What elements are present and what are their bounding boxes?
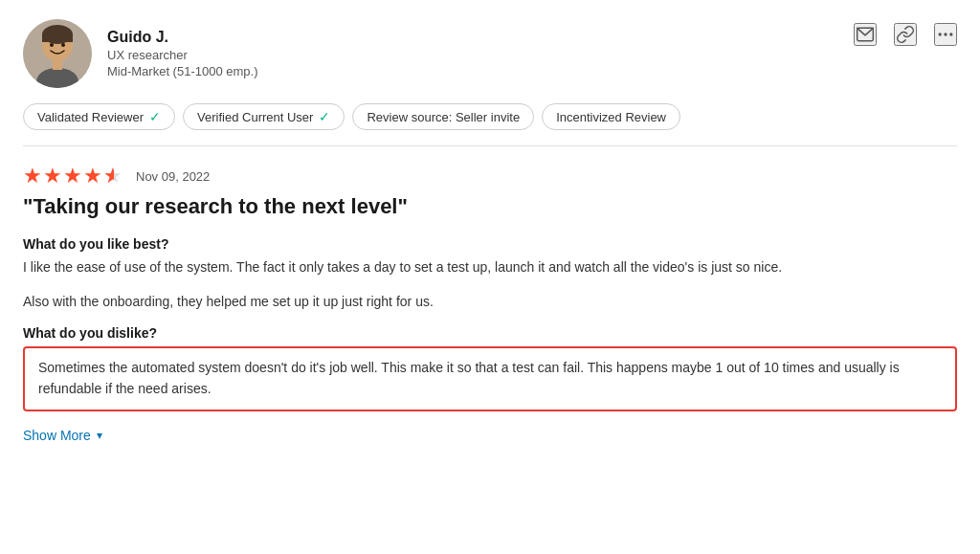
badge-label: Verified Current User — [197, 110, 313, 124]
badge-label: Validated Reviewer — [37, 110, 144, 124]
check-icon: ✓ — [149, 109, 161, 124]
badge-label: Review source: Seller invite — [367, 110, 520, 124]
like-text-1: I like the ease of use of the system. Th… — [23, 257, 957, 278]
more-options-button[interactable] — [934, 23, 957, 46]
svg-rect-3 — [42, 34, 73, 42]
dislike-label: What do you dislike? — [23, 325, 957, 341]
profile-left: Guido J. UX researcher Mid-Market (51-10… — [23, 19, 258, 88]
star-5: ★ ★ — [103, 166, 122, 187]
review-title: "Taking our research to the next level" — [23, 194, 957, 219]
badge-label: Incentivized Review — [556, 110, 666, 124]
svg-point-10 — [944, 33, 947, 35]
chevron-down-icon: ▾ — [97, 429, 102, 442]
email-button[interactable] — [854, 23, 877, 46]
email-icon — [856, 25, 875, 44]
show-more-button[interactable]: Show More ▾ — [23, 428, 102, 443]
more-options-icon — [936, 25, 955, 44]
svg-rect-7 — [53, 60, 62, 70]
star-1: ★ — [23, 166, 42, 187]
profile-company: Mid-Market (51-1000 emp.) — [107, 64, 258, 78]
header-icons — [854, 19, 957, 46]
badge-incentivized: Incentivized Review — [542, 103, 680, 130]
profile-info: Guido J. UX researcher Mid-Market (51-10… — [107, 29, 258, 78]
badge-verified-user: Verified Current User ✓ — [183, 103, 345, 130]
show-more-label: Show More — [23, 428, 91, 443]
star-2: ★ — [43, 166, 62, 187]
profile-name: Guido J. — [107, 29, 258, 46]
link-button[interactable] — [894, 23, 917, 46]
profile-role: UX researcher — [107, 48, 258, 62]
review-section: ★ ★ ★ ★ ★ ★ Nov 09, 2022 "Taking our res… — [23, 166, 957, 444]
svg-point-5 — [61, 43, 65, 47]
check-icon: ✓ — [319, 109, 330, 124]
star-rating: ★ ★ ★ ★ ★ ★ — [23, 166, 122, 187]
svg-point-9 — [939, 33, 942, 35]
link-icon — [896, 25, 915, 44]
dislike-text: Sometimes the automated system doesn't d… — [38, 360, 900, 396]
svg-point-11 — [949, 33, 952, 35]
dislike-text-box: Sometimes the automated system doesn't d… — [23, 346, 957, 410]
star-3: ★ — [63, 166, 82, 187]
section-divider — [23, 145, 957, 146]
star-4: ★ — [83, 166, 102, 187]
profile-section: Guido J. UX researcher Mid-Market (51-10… — [23, 19, 957, 88]
svg-point-4 — [50, 43, 54, 47]
review-date-row: ★ ★ ★ ★ ★ ★ Nov 09, 2022 — [23, 166, 957, 187]
avatar — [23, 19, 92, 88]
badge-validated-reviewer: Validated Reviewer ✓ — [23, 103, 175, 130]
like-text-2: Also with the onboarding, they helped me… — [23, 292, 957, 313]
like-label: What do you like best? — [23, 236, 957, 252]
review-date: Nov 09, 2022 — [136, 169, 210, 184]
badges-row: Validated Reviewer ✓ Verified Current Us… — [23, 103, 957, 130]
badge-review-source: Review source: Seller invite — [352, 103, 534, 130]
